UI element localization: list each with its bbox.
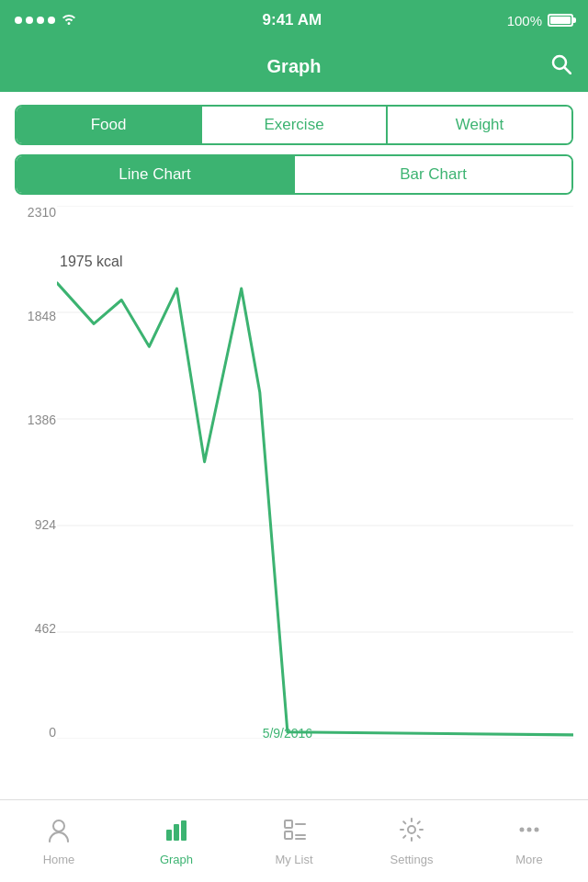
tab-weight[interactable]: Weight [386,107,571,143]
more-icon [516,817,542,849]
x-date-label: 5/9/2016 [263,726,313,741]
tab-mylist[interactable]: My List [235,817,353,866]
svg-point-0 [553,56,566,69]
tab-more-label: More [515,853,543,866]
tab-exercise[interactable]: Exercise [200,107,386,143]
svg-rect-9 [166,830,172,841]
chart-type-tabs: Line Chart Bar Chart [0,154,588,206]
tab-graph[interactable]: Graph [118,817,235,866]
tab-home[interactable]: Home [0,817,118,866]
svg-point-19 [527,827,532,831]
y-label-462: 462 [15,622,56,635]
tab-food[interactable]: Food [17,107,200,143]
category-segment-group: Food Exercise Weight [15,105,573,145]
battery-percent: 100% [507,13,542,28]
search-icon[interactable] [549,52,571,80]
svg-rect-13 [285,831,292,839]
svg-rect-11 [181,820,187,841]
svg-point-20 [535,827,539,831]
y-label-1386: 1386 [15,413,56,426]
chart-inner: 5/9/2016 [57,206,573,739]
svg-point-18 [520,827,525,831]
line-chart-svg [57,206,573,739]
page-title: Graph [267,56,322,77]
status-bar: 9:41 AM 100% [0,0,588,40]
tab-mylist-label: My List [275,853,312,866]
svg-rect-10 [174,824,179,841]
y-label-924: 924 [15,518,56,531]
y-axis-labels: 2310 1848 1386 924 462 0 [15,206,56,739]
nav-header: Graph [0,40,588,92]
tab-bar-chart[interactable]: Bar Chart [293,156,571,193]
y-label-0: 0 [15,726,56,739]
tab-line-chart[interactable]: Line Chart [17,156,293,193]
tab-more[interactable]: More [470,817,588,866]
tab-settings-label: Settings [390,853,434,866]
chart-type-segment-group: Line Chart Bar Chart [15,154,573,195]
list-icon [281,817,307,849]
tab-graph-label: Graph [160,853,193,866]
tab-home-label: Home [43,853,75,866]
home-icon [46,817,72,849]
line-chart-polyline [57,283,573,735]
y-label-1848: 1848 [15,310,56,322]
svg-rect-12 [285,820,292,828]
svg-point-17 [408,826,415,833]
status-time: 9:41 AM [263,11,322,29]
settings-icon [399,817,424,849]
wifi-icon [61,12,77,28]
tab-bar: Home Graph My List [0,799,588,882]
category-tabs: Food Exercise Weight [0,92,588,154]
status-right: 100% [507,13,573,28]
status-left [15,12,77,28]
signal-dots [15,17,55,24]
svg-line-1 [565,68,571,74]
tab-settings[interactable]: Settings [353,817,470,866]
svg-point-8 [53,820,64,831]
y-label-2310: 2310 [15,206,56,219]
battery-icon [548,14,573,27]
chart-area: 2310 1848 1386 924 462 0 1975 kcal 5/9/2… [0,206,588,757]
graph-icon [164,817,189,849]
